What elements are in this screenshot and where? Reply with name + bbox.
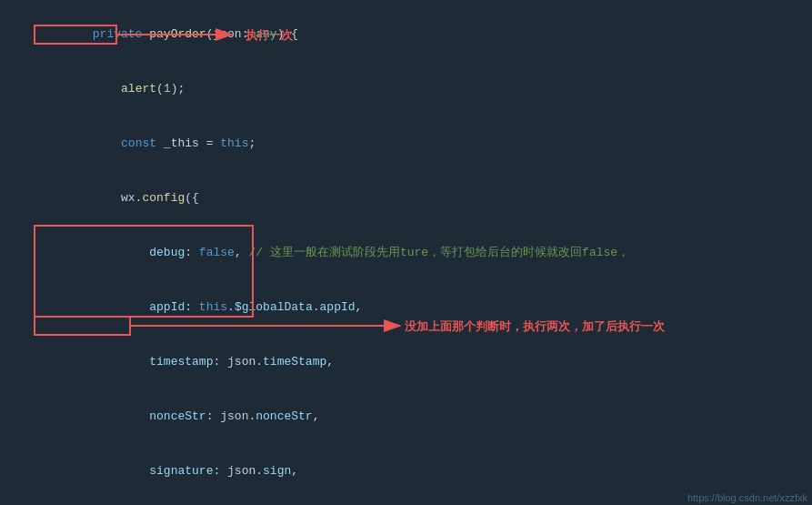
code-line-7: timestamp: json.timeStamp, xyxy=(0,335,812,389)
code-line-6: appId: this.$globalData.appId, xyxy=(0,280,812,335)
code-line-2: alert(1); xyxy=(0,62,812,116)
code-line-5: debug: false, // 这里一般在测试阶段先用ture，等打包给后台的… xyxy=(0,226,812,280)
code-line-9: signature: json.sign, xyxy=(0,444,812,499)
watermark: https://blog.csdn.net/xzzfxk xyxy=(687,492,807,503)
code-editor: private payOrder(json: any) { alert(1); … xyxy=(0,0,812,505)
code-line-8: nonceStr: json.nonceStr, xyxy=(0,389,812,444)
code-line-1: private payOrder(json: any) { xyxy=(0,7,812,62)
code-line-4: wx.config({ xyxy=(0,171,812,226)
code-line-3: const _this = this; xyxy=(0,116,812,171)
